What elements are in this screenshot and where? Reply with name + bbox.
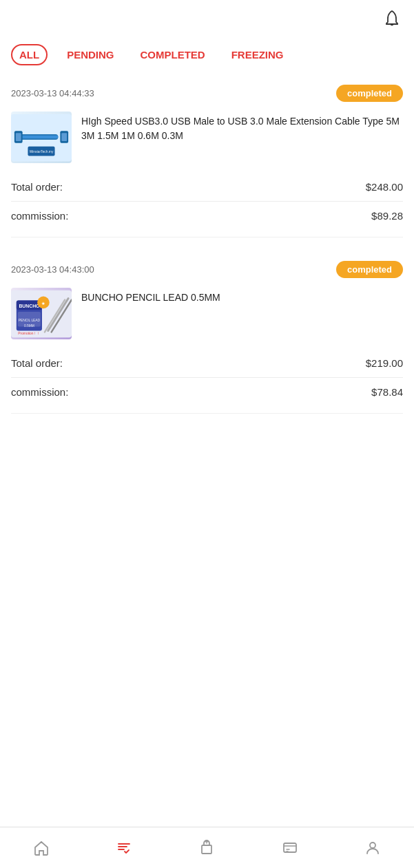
tab-freezing[interactable]: FREEZING: [225, 45, 291, 64]
order-row: Total order: $219.00: [11, 352, 403, 374]
commission-value: $89.28: [371, 210, 403, 222]
tab-completed[interactable]: COMPLETED: [134, 45, 212, 64]
profile-icon: [364, 840, 381, 856]
order-totals: Total order: $219.00 commission: $78.84: [11, 352, 403, 403]
bottom-nav: [0, 827, 414, 868]
svg-text:WinstarTech.my: WinstarTech.my: [30, 150, 54, 154]
commission-row: commission: $78.84: [11, 381, 403, 403]
product-name: BUNCHO PENCIL LEAD 0.5MM: [81, 288, 220, 305]
nav-orders[interactable]: [107, 834, 141, 862]
order-date: 2023-03-13 04:43:00: [11, 264, 94, 275]
svg-rect-22: [202, 845, 211, 854]
nav-profile[interactable]: [356, 834, 389, 862]
product-image: BUNCHO PENCIL LEAD 0.5MM ★ Promotion！！: [11, 288, 72, 339]
transfer-icon: [198, 840, 215, 856]
header: [0, 0, 414, 39]
svg-rect-2: [18, 136, 59, 138]
product-name: HIgh Speed USB3.0 USB Male to USB 3.0 Ma…: [81, 112, 403, 143]
total-order-value: $248.00: [366, 181, 403, 193]
order-row: Total order: $248.00: [11, 176, 403, 198]
svg-rect-23: [284, 843, 296, 852]
messages-icon: [282, 840, 298, 856]
order-header: 2023-03-13 04:44:33 completed: [11, 85, 403, 102]
order-header: 2023-03-13 04:43:00 completed: [11, 261, 403, 278]
bell-icon[interactable]: [384, 10, 400, 32]
tab-pending[interactable]: PENDING: [60, 45, 121, 64]
order-card: 2023-03-13 04:44:33 completed: [11, 75, 403, 237]
tab-all[interactable]: ALL: [11, 44, 48, 65]
svg-rect-6: [61, 133, 67, 141]
nav-messages[interactable]: [273, 834, 307, 862]
commission-label: commission:: [11, 386, 68, 398]
commission-value: $78.84: [371, 386, 403, 398]
order-product: BUNCHO PENCIL LEAD 0.5MM ★ Promotion！！ B…: [11, 288, 403, 339]
order-date: 2023-03-13 04:44:33: [11, 88, 94, 98]
order-card: 2023-03-13 04:43:00 completed BUNCHO PEN…: [11, 251, 403, 414]
commission-label: commission:: [11, 210, 68, 222]
divider: [11, 201, 403, 202]
total-order-label: Total order:: [11, 181, 63, 193]
orders-list: 2023-03-13 04:44:33 completed: [0, 75, 414, 414]
svg-rect-4: [16, 133, 21, 141]
order-product: WinstarTech.my HIgh Speed USB3.0 USB Mal…: [11, 112, 403, 163]
svg-text:Promotion！！: Promotion！！: [18, 332, 40, 335]
status-badge: completed: [336, 261, 403, 278]
product-image: WinstarTech.my: [11, 112, 72, 163]
divider: [11, 377, 403, 378]
svg-text:BUNCHO: BUNCHO: [19, 304, 40, 308]
svg-point-24: [370, 843, 375, 848]
orders-icon: [116, 840, 132, 856]
total-order-value: $219.00: [366, 357, 403, 369]
svg-text:0.5MM: 0.5MM: [24, 324, 34, 327]
home-icon: [33, 840, 50, 856]
nav-home[interactable]: [25, 834, 58, 862]
filter-tabs: ALL PENDING COMPLETED FREEZING: [0, 39, 414, 75]
status-badge: completed: [336, 85, 403, 102]
order-totals: Total order: $248.00 commission: $89.28: [11, 176, 403, 227]
nav-transfer[interactable]: [190, 834, 223, 862]
total-order-label: Total order:: [11, 357, 63, 369]
svg-text:PENCIL LEAD: PENCIL LEAD: [19, 318, 41, 321]
commission-row: commission: $89.28: [11, 204, 403, 227]
